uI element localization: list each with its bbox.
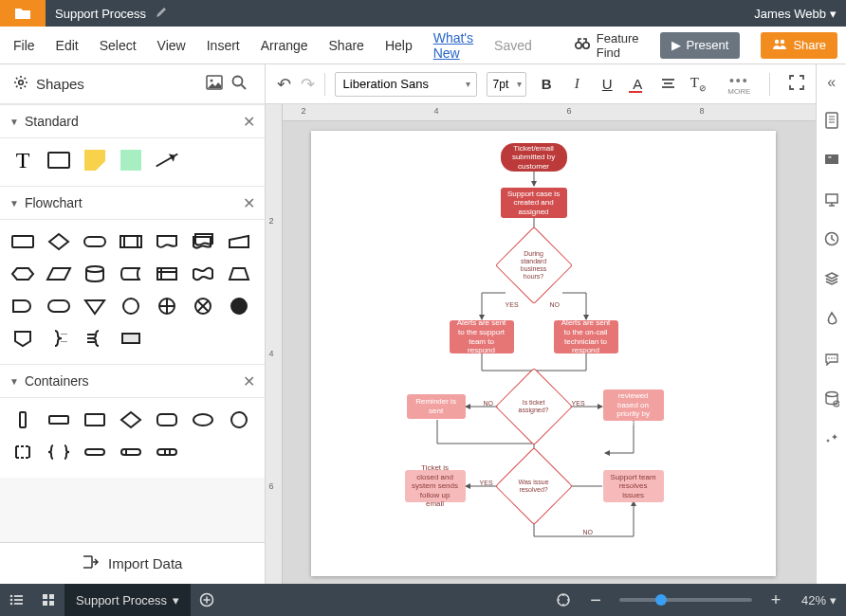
user-menu[interactable]: James Webb ▾ [754, 7, 846, 21]
node-alerts-oncall[interactable]: Alerts are sent to the on-call technicia… [554, 320, 618, 353]
shape-cont-4[interactable] [116, 408, 146, 432]
shape-circ-x[interactable] [188, 294, 218, 318]
app-folder-icon[interactable] [0, 0, 46, 27]
shape-d[interactable] [8, 294, 38, 318]
node-start[interactable]: Ticket/email submitted by customer [501, 143, 567, 172]
text-color-button[interactable]: A [627, 76, 648, 92]
undo-button[interactable]: ↶ [277, 74, 291, 95]
shape-text[interactable]: T [8, 148, 38, 172]
fullscreen-button[interactable] [789, 75, 804, 93]
shape-arrow[interactable] [152, 148, 182, 172]
shape-cont-12[interactable] [152, 440, 182, 464]
doc-panel-icon[interactable] [824, 112, 839, 133]
node-reminder[interactable]: Reminder is sent [407, 394, 466, 419]
shape-stadium[interactable] [44, 294, 74, 318]
data-panel-icon[interactable] [824, 390, 839, 411]
font-size-select[interactable]: 7pt [487, 72, 527, 97]
page[interactable]: Ticket/email submitted by customer Suppo… [311, 131, 776, 576]
node-alerts-team[interactable]: Alerts are sent to the support team to r… [450, 320, 514, 353]
more-button[interactable]: ••• MORE [727, 73, 750, 96]
shape-doc[interactable] [152, 229, 182, 254]
gear-icon[interactable] [13, 75, 28, 94]
shape-cont-8[interactable] [8, 440, 38, 464]
shape-hex[interactable] [8, 262, 38, 286]
shape-input[interactable] [224, 229, 254, 254]
shape-tri-down[interactable] [80, 294, 110, 318]
shape-circ-filled[interactable] [224, 294, 254, 318]
shape-card[interactable] [116, 326, 146, 351]
document-title[interactable]: Support Process [46, 7, 156, 21]
close-icon[interactable]: ✕ [243, 194, 255, 212]
chat-panel-icon[interactable] [824, 353, 839, 370]
shape-cont-11[interactable] [116, 440, 146, 464]
layers-panel-icon[interactable] [824, 271, 839, 290]
clear-format-button[interactable]: T⊘ [688, 75, 708, 93]
canvas[interactable]: 2 4 6 8 [283, 104, 817, 584]
shape-intstore[interactable] [152, 262, 182, 286]
close-icon[interactable]: ✕ [243, 372, 255, 390]
image-icon[interactable] [202, 75, 227, 94]
node-hours[interactable]: During standard business hours? [506, 238, 561, 293]
redo-button[interactable]: ↷ [301, 74, 315, 95]
shape-cont-6[interactable] [188, 408, 218, 432]
shape-rectangle[interactable] [44, 148, 74, 172]
menu-help[interactable]: Help [385, 38, 413, 53]
menu-file[interactable]: File [13, 38, 35, 53]
underline-button[interactable]: U [597, 76, 617, 92]
grid-view-button[interactable] [32, 584, 64, 616]
whats-new-link[interactable]: What's New [433, 30, 473, 61]
group-flowchart[interactable]: ▼ Flowchart ✕ [0, 186, 265, 220]
shape-circle[interactable] [116, 294, 146, 318]
bold-button[interactable]: B [536, 76, 557, 92]
target-icon[interactable] [547, 584, 579, 616]
group-standard[interactable]: ▼ Standard ✕ [0, 104, 265, 138]
italic-button[interactable]: I [566, 76, 587, 92]
collapse-dock-icon[interactable]: « [827, 74, 836, 91]
import-data-button[interactable]: Import Data [0, 542, 265, 584]
shape-block[interactable] [116, 148, 146, 172]
menu-edit[interactable]: Edit [56, 38, 79, 53]
align-button[interactable] [657, 76, 678, 92]
slides-panel-icon[interactable] [824, 191, 839, 210]
shape-storage[interactable] [116, 262, 146, 286]
menu-insert[interactable]: Insert [207, 38, 240, 53]
shape-cont-10[interactable] [80, 440, 110, 464]
rename-icon[interactable] [156, 7, 167, 21]
zoom-in-button[interactable]: + [760, 584, 792, 616]
font-select[interactable]: Liberation Sans [335, 72, 477, 97]
present-button[interactable]: ▶ Present [660, 32, 741, 59]
shape-brace-r[interactable]: —— [44, 326, 74, 351]
shape-cont-9[interactable] [44, 440, 74, 464]
zoom-slider[interactable] [619, 598, 752, 602]
shape-cont-7[interactable] [224, 408, 254, 432]
history-panel-icon[interactable] [824, 231, 839, 250]
node-assigned[interactable]: Is ticket assigned? [506, 379, 561, 434]
shape-trapezoid[interactable] [224, 262, 254, 286]
shape-db[interactable] [80, 262, 110, 286]
shape-cont-1[interactable] [8, 408, 38, 432]
group-containers[interactable]: ▼ Containers ✕ [0, 364, 265, 398]
shape-cont-5[interactable] [152, 408, 182, 432]
close-icon[interactable]: ✕ [243, 113, 255, 131]
shape-decision[interactable] [44, 229, 74, 254]
shape-offpage[interactable] [8, 326, 38, 351]
zoom-thumb[interactable] [655, 594, 667, 606]
zoom-out-button[interactable]: − [579, 584, 612, 616]
shape-note[interactable] [80, 148, 110, 172]
node-review[interactable]: Ticket is reviewed based on priority by … [603, 390, 664, 421]
menu-share[interactable]: Share [329, 38, 364, 53]
zoom-value[interactable]: 42% ▾ [792, 593, 846, 607]
node-create[interactable]: Support case is created and assigned [501, 188, 567, 218]
shape-data[interactable] [44, 262, 74, 286]
shape-process[interactable] [8, 229, 38, 254]
node-resolved[interactable]: Was issue resolved? [506, 459, 561, 514]
shape-multidoc[interactable] [188, 229, 218, 254]
node-team-resolves[interactable]: Support team resolves issues [603, 470, 664, 502]
shape-circ-plus[interactable] [152, 294, 182, 318]
paint-panel-icon[interactable] [824, 311, 839, 332]
feature-find[interactable]: Feature Find [574, 31, 639, 60]
shape-hamb[interactable] [80, 326, 110, 351]
menu-view[interactable]: View [157, 38, 186, 53]
node-closed[interactable]: Ticket is closed and system sends follow… [405, 470, 466, 502]
list-view-button[interactable] [0, 584, 32, 616]
